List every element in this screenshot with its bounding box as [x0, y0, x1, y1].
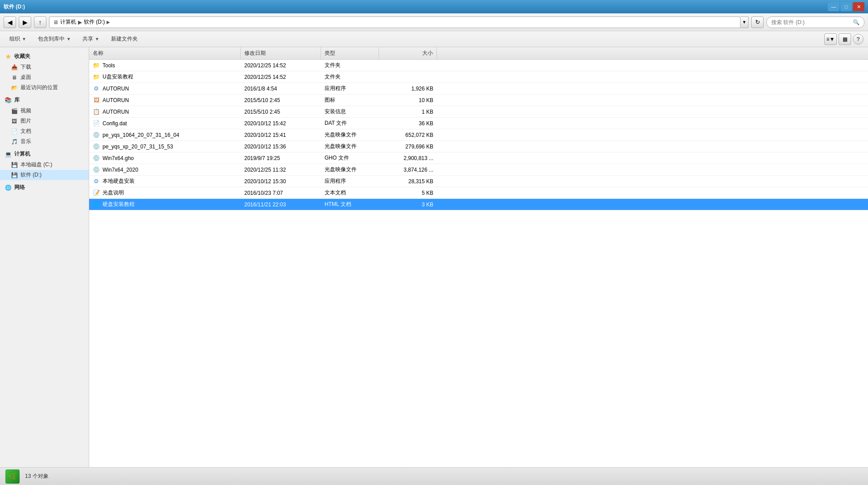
- table-row[interactable]: 💿 pe_yqs_1064_20_07_31_16_04 2020/10/12 …: [89, 129, 868, 141]
- file-type-cell: GHO 文件: [321, 152, 379, 164]
- sidebar-item-music[interactable]: 🎵 音乐: [0, 136, 89, 147]
- file-name-cell: 📄 Config.dat: [89, 118, 241, 129]
- sidebar-item-recent[interactable]: 📂 最近访问的位置: [0, 82, 89, 93]
- sidebar-item-local-c[interactable]: 💾 本地磁盘 (C:): [0, 160, 89, 170]
- file-date-cell: 2020/12/25 14:52: [241, 60, 321, 71]
- sidebar-header-library[interactable]: 📚 库: [0, 95, 89, 106]
- path-icon: 🖥: [53, 19, 58, 25]
- window-title: 软件 (D:): [4, 3, 25, 11]
- titlebar: 软件 (D:) — □ ✕: [0, 0, 868, 13]
- file-name: AUTORUN: [103, 86, 129, 92]
- images-icon: 🖼: [11, 118, 18, 125]
- favorites-label: 收藏夹: [14, 53, 30, 60]
- file-size-cell: [379, 71, 437, 82]
- file-name-cell: 📋 AUTORUN: [89, 106, 241, 117]
- address-dropdown-button[interactable]: ▼: [740, 16, 749, 28]
- table-row[interactable]: 📝 光盘说明 2016/10/23 7:07 文本文档 5 KB: [89, 187, 868, 199]
- view-button[interactable]: ≡ ▼: [824, 33, 837, 45]
- network-label: 网络: [14, 184, 25, 191]
- library-label: 库: [14, 96, 20, 104]
- toolbar: 组织 ▼ 包含到库中 ▼ 共享 ▼ 新建文件夹 ≡ ▼ ▦ ?: [0, 31, 868, 47]
- desktop-label: 桌面: [21, 74, 31, 81]
- organize-button[interactable]: 组织 ▼: [4, 33, 31, 45]
- path-computer[interactable]: 计算机: [60, 18, 76, 26]
- music-icon: 🎵: [11, 138, 18, 145]
- table-row[interactable]: ⚙ AUTORUN 2016/1/8 4:54 应用程序 1,926 KB: [89, 83, 868, 95]
- table-row[interactable]: ⚙ 本地硬盘安装 2020/10/12 15:30 应用程序 28,315 KB: [89, 176, 868, 187]
- table-row[interactable]: 📋 AUTORUN 2015/5/10 2:45 安装信息 1 KB: [89, 106, 868, 118]
- table-row[interactable]: 🖼 AUTORUN 2015/5/10 2:45 图标 10 KB: [89, 95, 868, 106]
- file-name-cell: 💿 pe_yqs_1064_20_07_31_16_04: [89, 129, 241, 140]
- back-button[interactable]: ◀: [4, 16, 16, 28]
- file-size-cell: 652,072 KB: [379, 129, 437, 140]
- share-button[interactable]: 共享 ▼: [78, 33, 104, 45]
- file-type-cell: DAT 文件: [321, 118, 379, 129]
- sidebar-item-software-d[interactable]: 💾 软件 (D:): [0, 170, 89, 180]
- main-layout: ★ 收藏夹 📥 下载 🖥 桌面 📂 最近访问的位置 📚 库: [0, 47, 868, 467]
- table-row[interactable]: 💿 Win7x64.gho 2019/9/7 19:25 GHO 文件 2,90…: [89, 152, 868, 164]
- search-icon[interactable]: 🔍: [853, 19, 860, 25]
- search-box: 🔍: [766, 16, 864, 28]
- video-label: 视频: [21, 107, 31, 115]
- desktop-icon: 🖥: [11, 74, 18, 81]
- minimize-button[interactable]: —: [828, 2, 839, 11]
- path-drive[interactable]: 软件 (D:): [84, 18, 105, 26]
- file-date-cell: 2020/12/25 11:32: [241, 164, 321, 175]
- table-row[interactable]: 💿 Win7x64_2020 2020/12/25 11:32 光盘映像文件 3…: [89, 164, 868, 176]
- sidebar-item-video[interactable]: 🎬 视频: [0, 106, 89, 116]
- help-button[interactable]: ?: [853, 34, 864, 45]
- file-name: pe_yqs_1064_20_07_31_16_04: [103, 132, 179, 138]
- file-name-cell: ⚙ AUTORUN: [89, 83, 241, 94]
- file-type-cell: 文本文档: [321, 187, 379, 198]
- computer-icon: 💻: [4, 151, 12, 158]
- file-size-cell: 2,900,813 ...: [379, 152, 437, 164]
- file-type-cell: 图标: [321, 95, 379, 106]
- sidebar-section-computer: 💻 计算机 💾 本地磁盘 (C:) 💾 软件 (D:): [0, 148, 89, 180]
- file-name: pe_yqs_xp_20_07_31_15_53: [103, 144, 173, 150]
- file-name-cell: 📝 光盘说明: [89, 187, 241, 198]
- file-name-cell: ⚙ 本地硬盘安装: [89, 176, 241, 187]
- window-controls: — □ ✕: [828, 2, 864, 11]
- table-row[interactable]: 🌐 硬盘安装教程 2016/11/21 22:03 HTML 文档 3 KB: [89, 199, 868, 210]
- sidebar-item-downloads[interactable]: 📥 下载: [0, 62, 89, 72]
- sidebar-header-favorites[interactable]: ★ 收藏夹: [0, 51, 89, 62]
- file-name: 硬盘安装教程: [103, 201, 135, 208]
- address-path: 🖥 计算机 ▶ 软件 (D:) ▶: [49, 16, 740, 28]
- file-date-cell: 2016/1/8 4:54: [241, 83, 321, 94]
- software-d-icon: 💾: [11, 172, 18, 179]
- file-name-cell: 🌐 硬盘安装教程: [89, 199, 241, 210]
- col-header-date[interactable]: 修改日期: [241, 47, 321, 59]
- table-row[interactable]: 📁 Tools 2020/12/25 14:52 文件夹: [89, 60, 868, 71]
- include-library-button[interactable]: 包含到库中 ▼: [33, 33, 76, 45]
- close-button[interactable]: ✕: [853, 2, 864, 11]
- file-name: U盘安装教程: [103, 73, 133, 81]
- file-size-cell: 3,874,126 ...: [379, 164, 437, 175]
- refresh-button[interactable]: ↻: [751, 16, 764, 28]
- col-header-size[interactable]: 大小: [379, 47, 437, 59]
- file-name: Win7x64_2020: [103, 167, 138, 173]
- panel-button[interactable]: ▦: [839, 33, 851, 45]
- sidebar-item-desktop[interactable]: 🖥 桌面: [0, 72, 89, 82]
- table-row[interactable]: 📄 Config.dat 2020/10/12 15:42 DAT 文件 36 …: [89, 118, 868, 129]
- table-row[interactable]: 💿 pe_yqs_xp_20_07_31_15_53 2020/10/12 15…: [89, 141, 868, 152]
- col-header-type[interactable]: 类型: [321, 47, 379, 59]
- file-date-cell: 2020/10/12 15:42: [241, 118, 321, 129]
- sidebar-item-docs[interactable]: 📄 文档: [0, 126, 89, 136]
- file-date-cell: 2020/10/12 15:30: [241, 176, 321, 187]
- sidebar-header-computer[interactable]: 💻 计算机: [0, 148, 89, 160]
- file-size-cell: 36 KB: [379, 118, 437, 129]
- table-row[interactable]: 📁 U盘安装教程 2020/12/25 14:52 文件夹: [89, 71, 868, 83]
- sidebar-header-network[interactable]: 🌐 网络: [0, 182, 89, 193]
- file-date-cell: 2020/12/25 14:52: [241, 71, 321, 82]
- file-name-cell: 📁 Tools: [89, 60, 241, 71]
- file-size-cell: [379, 60, 437, 71]
- sidebar-section-favorites: ★ 收藏夹 📥 下载 🖥 桌面 📂 最近访问的位置: [0, 51, 89, 93]
- file-icon: 🌐: [93, 201, 100, 208]
- col-header-name[interactable]: 名称: [89, 47, 241, 59]
- search-input[interactable]: [771, 19, 850, 25]
- up-button[interactable]: ↑: [34, 16, 46, 28]
- forward-button[interactable]: ▶: [19, 16, 31, 28]
- sidebar-item-images[interactable]: 🖼 图片: [0, 116, 89, 126]
- maximize-button[interactable]: □: [840, 2, 852, 11]
- new-folder-button[interactable]: 新建文件夹: [106, 33, 143, 45]
